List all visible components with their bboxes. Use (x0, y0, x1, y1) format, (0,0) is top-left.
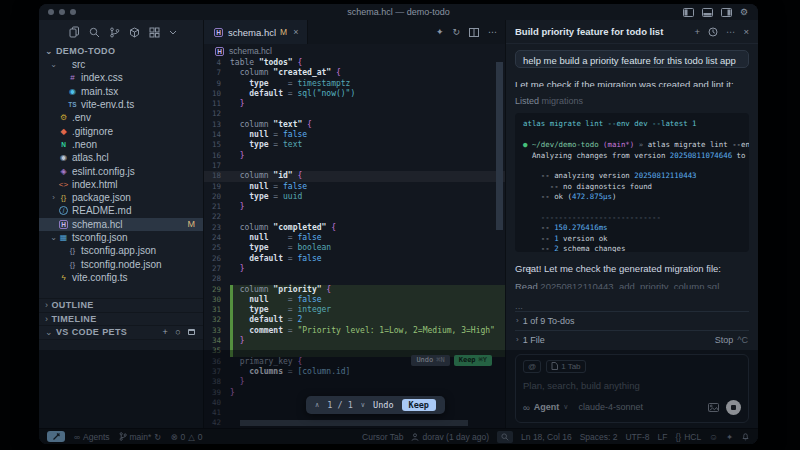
tree-item-schema-hcl[interactable]: Hschema.hclM (39, 218, 203, 231)
delete-pets-icon[interactable] (188, 329, 195, 335)
feedback-smiley-icon[interactable]: ☺ (709, 432, 718, 442)
chat-panel: Build priority feature for todo list + ⋯… (505, 20, 758, 428)
tree-item-main-tsx[interactable]: ◉main.tsx (39, 85, 203, 98)
tree-item-vite-env-d-ts[interactable]: TSvite-env.d.ts (39, 98, 203, 111)
git-blame-item[interactable]: dorav (1 day ago) (411, 432, 489, 442)
code-line-25: 25 type = boolean (204, 243, 505, 253)
history-icon[interactable] (708, 27, 718, 37)
tab-context-chip[interactable]: 1 Tab (546, 360, 585, 373)
split-editor-icon[interactable] (469, 28, 479, 37)
chevron-down-icon[interactable] (169, 30, 177, 35)
file-icon: {} (67, 259, 78, 270)
toggle-right-panel-icon[interactable] (721, 8, 732, 17)
section-outline[interactable]: ›OUTLINE (39, 299, 203, 313)
eol-item[interactable]: LF (658, 432, 668, 442)
toggle-left-panel-icon[interactable] (683, 8, 694, 17)
tab-schema-hcl[interactable]: H schema.hcl M × (204, 20, 308, 44)
stop-button[interactable] (726, 400, 741, 415)
open-changes-icon[interactable]: ↻ (452, 27, 460, 37)
project-root-header[interactable]: ⌄ DEMO-TODO (39, 44, 203, 58)
tree-item-index-css[interactable]: #index.css (39, 71, 203, 84)
vertical-scrollbar[interactable] (496, 62, 503, 230)
horizontal-scrollbar[interactable] (240, 420, 468, 426)
add-pet-icon[interactable]: + (163, 327, 169, 337)
cursor-position-item[interactable]: Ln 18, Col 16 (521, 432, 572, 442)
indentation-item[interactable]: Spaces: 2 (580, 432, 618, 442)
extensions-icon[interactable] (129, 27, 140, 38)
line-number: 24 (204, 233, 230, 243)
tree-item-tsconfig-node-json[interactable]: {}tsconfig.node.json (39, 257, 203, 270)
terminal-line: -- ok (472.875µs) (523, 192, 741, 202)
code-area[interactable]: Undo⌘N Keep⌘Y ∧ 1 / 1 ∨ Undo Keep 4table… (204, 58, 505, 428)
tool-call-summary[interactable]: Listed migrations (515, 96, 749, 106)
git-branch-item[interactable]: main* ↻ (119, 432, 162, 442)
chat-input-box[interactable]: @ 1 Tab Plan, search, build anything ∞ A… (515, 354, 749, 423)
goto-line-highlight[interactable] (497, 431, 513, 443)
agents-status-item[interactable]: ∞ Agents (74, 432, 110, 442)
line-number: 38 (204, 377, 230, 387)
tree-item-package-json[interactable]: ›{}package.json (39, 191, 203, 204)
errors-icon: ⊗ (170, 432, 177, 442)
file-icon: ◈ (58, 166, 69, 177)
next-change-icon[interactable]: ∨ (361, 400, 365, 410)
layout-grid-icon[interactable] (149, 27, 160, 38)
close-chat-icon[interactable]: × (743, 26, 749, 37)
undo-all-button[interactable]: Undo (373, 400, 393, 410)
section-vs-code-pets[interactable]: ⌄VS CODE PETS+○ (39, 326, 203, 340)
more-actions-icon[interactable]: ⋯ (488, 27, 497, 37)
files-changed-row[interactable]: › 1 File Stop^C (515, 330, 749, 349)
chevron-icon[interactable]: ⌄ (49, 233, 58, 242)
problems-item[interactable]: ⊗0 △0 (170, 432, 202, 442)
breadcrumb[interactable]: H schema.hcl (204, 44, 505, 58)
stop-generation-button[interactable]: Stop^C (715, 335, 748, 345)
tree-item-tsconfig-json[interactable]: ⌄▦tsconfig.json (39, 231, 203, 244)
more-options-icon[interactable]: ⋯ (726, 26, 736, 37)
encoding-item[interactable]: UTF-8 (625, 432, 649, 442)
diff-undo-button[interactable]: Undo⌘N (411, 355, 449, 366)
close-tab-icon[interactable]: × (293, 27, 298, 37)
code-line-27: 27 } (204, 264, 505, 274)
tree-item-index-html[interactable]: <>index.html (39, 178, 203, 191)
section-timeline[interactable]: ›TIMELINE (39, 313, 203, 327)
notifications-bell-icon[interactable] (741, 432, 750, 441)
file-label: .neon (72, 139, 97, 150)
file-label: tsconfig.node.json (81, 259, 162, 270)
chat-input-placeholder[interactable]: Plan, search, build anything (523, 380, 741, 391)
search-icon[interactable] (89, 27, 100, 38)
sync-icon[interactable]: ↻ (154, 432, 161, 442)
chevron-icon[interactable]: ⌄ (49, 60, 58, 69)
chevron-icon[interactable]: › (49, 193, 58, 202)
agent-mode-selector[interactable]: Agent (534, 402, 560, 412)
remote-indicator-button[interactable] (47, 431, 65, 442)
attach-image-icon[interactable] (708, 403, 719, 412)
sparkle-icon[interactable]: ✦ (726, 432, 733, 442)
tree-item-src[interactable]: ⌄src (39, 58, 203, 71)
todos-row[interactable]: › 1 of 9 To-dos (515, 311, 749, 330)
tree-item--neon[interactable]: N.neon (39, 138, 203, 151)
cursor-tab-item[interactable]: Cursor Tab (362, 432, 403, 442)
model-selector[interactable]: claude-4-sonnet (578, 402, 643, 412)
tree-item-readme-md[interactable]: iREADME.md (39, 204, 203, 217)
tree-item-eslint-config-js[interactable]: ◈eslint.config.js (39, 164, 203, 177)
mention-context-chip[interactable]: @ (523, 360, 541, 373)
throw-ball-icon[interactable]: ○ (175, 327, 181, 337)
language-mode-item[interactable]: {}HCL (675, 432, 701, 442)
explorer-icon[interactable] (69, 26, 80, 38)
tree-item--gitignore[interactable]: ◆.gitignore (39, 124, 203, 137)
sparkle-ai-icon[interactable]: ✦ (436, 27, 444, 37)
tree-item-atlas-hcl[interactable]: ◉atlas.hcl (39, 151, 203, 164)
new-chat-icon[interactable]: + (694, 26, 700, 37)
user-message[interactable]: help me build a priority feature for thi… (515, 50, 749, 68)
line-number: 29 (204, 285, 230, 295)
tree-item-tsconfig-app-json[interactable]: {}tsconfig.app.json (39, 244, 203, 257)
prev-change-icon[interactable]: ∧ (315, 400, 319, 410)
file-label: .gitignore (72, 126, 113, 137)
diff-keep-button[interactable]: Keep⌘Y (454, 355, 492, 366)
read-file-summary[interactable]: Read 20250812110443_add_priority_column.… (515, 281, 749, 289)
toggle-bottom-panel-icon[interactable] (702, 8, 713, 17)
tree-item--env[interactable]: ⚙.env (39, 111, 203, 124)
keep-all-button[interactable]: Keep (402, 399, 436, 411)
source-control-icon[interactable] (109, 27, 120, 38)
tree-item-vite-config-ts[interactable]: ϟvite.config.ts (39, 271, 203, 284)
settings-gear-icon[interactable]: ⚙ (740, 8, 748, 17)
